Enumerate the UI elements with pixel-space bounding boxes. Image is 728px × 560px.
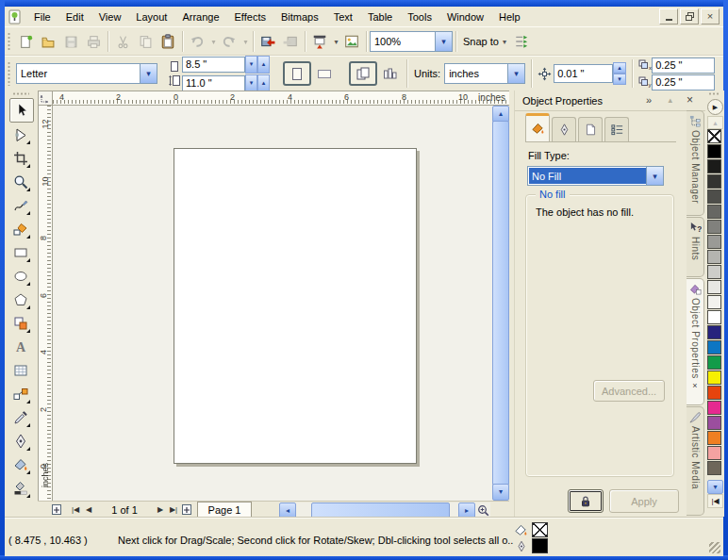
color-swatch[interactable] xyxy=(707,235,721,249)
color-swatch[interactable] xyxy=(707,401,721,415)
scrollbar-thumb[interactable] xyxy=(492,121,509,486)
paper-height-decrease-icon[interactable]: ▾ xyxy=(245,74,257,92)
color-swatch[interactable] xyxy=(707,340,721,354)
menu-bitmaps[interactable]: Bitmaps xyxy=(273,8,326,25)
paper-width-decrease-icon[interactable]: ▾ xyxy=(245,56,257,74)
crop-tool[interactable] xyxy=(9,147,32,170)
docker-collapse-icon[interactable]: » xyxy=(646,94,652,106)
menu-text[interactable]: Text xyxy=(326,8,360,25)
menu-arrange[interactable]: Arrange xyxy=(174,8,226,25)
color-swatch[interactable] xyxy=(707,174,721,189)
tab-object-properties[interactable]: Object Properties × xyxy=(687,278,704,405)
outline-pen-tool[interactable] xyxy=(9,430,32,453)
zoom-tool[interactable] xyxy=(9,171,32,193)
next-page-icon[interactable]: ▶ xyxy=(154,503,167,517)
palette-expand-icon[interactable]: |◀ xyxy=(707,494,723,508)
redo-icon[interactable] xyxy=(218,30,240,53)
color-swatch[interactable] xyxy=(707,431,721,445)
color-swatch[interactable] xyxy=(707,189,721,204)
interactive-blend-tool[interactable] xyxy=(9,383,32,405)
minimize-icon[interactable] xyxy=(659,8,678,25)
paper-width-field[interactable]: 8.5 " xyxy=(182,57,245,73)
color-swatch[interactable] xyxy=(707,265,721,279)
rectangle-tool[interactable] xyxy=(9,241,32,264)
save-icon[interactable] xyxy=(59,30,82,53)
color-swatch[interactable] xyxy=(707,371,721,385)
property-bar-grip[interactable] xyxy=(8,61,10,86)
all-pages-same-size-button[interactable] xyxy=(349,61,377,86)
apply-button[interactable]: Apply xyxy=(609,489,679,513)
undo-dropdown-icon[interactable]: ▾ xyxy=(208,30,218,53)
undo-icon[interactable] xyxy=(186,30,208,53)
color-swatch[interactable] xyxy=(707,205,721,219)
palette-grip[interactable] xyxy=(708,92,720,95)
menu-view[interactable]: View xyxy=(91,8,129,25)
fill-tool[interactable] xyxy=(9,453,32,476)
color-swatch[interactable] xyxy=(707,159,721,173)
page-tab[interactable]: Page 1 xyxy=(197,502,252,518)
paper-height-field[interactable]: 11.0 " xyxy=(182,75,245,91)
scroll-down-icon[interactable]: ▾ xyxy=(492,484,509,501)
color-swatch[interactable] xyxy=(707,295,721,309)
restore-icon[interactable] xyxy=(680,8,699,25)
export-icon[interactable] xyxy=(279,30,302,53)
no-color-swatch[interactable] xyxy=(707,129,721,143)
nudge-offset-field[interactable]: 0.01 " xyxy=(554,64,613,83)
paper-width-increase-icon[interactable]: ▴ xyxy=(257,56,270,74)
tab-summary[interactable] xyxy=(604,117,629,141)
portrait-button[interactable] xyxy=(283,61,311,86)
options-icon[interactable] xyxy=(510,30,533,53)
redo-dropdown-icon[interactable]: ▾ xyxy=(240,30,250,53)
color-swatch[interactable] xyxy=(707,325,721,339)
menu-table[interactable]: Table xyxy=(360,8,400,25)
add-page-icon[interactable] xyxy=(50,503,63,517)
application-launcher-icon[interactable] xyxy=(308,30,331,53)
color-swatch[interactable] xyxy=(707,280,721,294)
copy-icon[interactable] xyxy=(134,30,157,53)
polygon-tool[interactable] xyxy=(9,288,32,311)
menu-tools[interactable]: Tools xyxy=(400,8,439,25)
duplicate-distance-x-field[interactable]: 0.25 " xyxy=(652,58,715,74)
landscape-button[interactable] xyxy=(311,62,338,85)
chevron-down-icon[interactable]: ▾ xyxy=(507,64,524,83)
snap-to-button[interactable]: Snap to ▾ xyxy=(459,33,510,50)
palette-scroll-down-icon[interactable]: ▾ xyxy=(707,480,723,494)
palette-flyout-icon[interactable]: ▶ xyxy=(707,99,723,115)
close-icon[interactable]: × xyxy=(701,8,720,25)
lock-button[interactable] xyxy=(568,489,604,513)
nudge-increase-icon[interactable]: ▴ xyxy=(613,62,626,74)
color-swatch[interactable] xyxy=(707,416,721,430)
color-swatch[interactable] xyxy=(707,461,721,475)
fill-color-swatch[interactable] xyxy=(532,522,548,537)
tab-artistic-media[interactable]: Artistic Media xyxy=(687,406,704,516)
menu-file[interactable]: File xyxy=(26,8,58,25)
tab-hints[interactable]: ? Hints xyxy=(687,217,704,277)
nudge-decrease-icon[interactable]: ▾ xyxy=(613,74,626,85)
drawing-canvas[interactable] xyxy=(53,106,492,501)
last-page-icon[interactable]: ▶| xyxy=(167,503,180,517)
color-swatch[interactable] xyxy=(707,446,721,460)
docker-close-icon[interactable]: × xyxy=(687,93,693,107)
fill-type-combo[interactable]: No Fill ▾ xyxy=(527,166,664,186)
ruler-origin[interactable] xyxy=(38,91,53,106)
duplicate-distance-y-field[interactable]: 0.25 " xyxy=(652,74,715,91)
shape-tool[interactable] xyxy=(9,124,32,146)
tab-close-icon[interactable]: × xyxy=(692,381,697,390)
menu-edit[interactable]: Edit xyxy=(58,8,91,25)
basic-shapes-tool[interactable] xyxy=(9,312,32,335)
menu-help[interactable]: Help xyxy=(491,8,528,25)
interactive-fill-tool[interactable] xyxy=(9,477,32,500)
color-swatch[interactable] xyxy=(707,310,721,324)
color-swatch[interactable] xyxy=(707,144,721,158)
chevron-down-icon[interactable]: ▾ xyxy=(435,32,452,51)
paper-height-increase-icon[interactable]: ▴ xyxy=(257,74,270,92)
outline-color-swatch[interactable] xyxy=(532,538,548,553)
eyedropper-tool[interactable] xyxy=(9,406,32,429)
tab-outline[interactable] xyxy=(552,117,576,141)
chevron-down-icon[interactable]: ▾ xyxy=(646,167,663,185)
cut-icon[interactable] xyxy=(111,30,134,53)
palette-scroll-up-icon[interactable]: ▲ xyxy=(707,116,723,129)
menu-window[interactable]: Window xyxy=(439,8,491,25)
toolbar-grip[interactable] xyxy=(8,32,10,51)
horizontal-ruler[interactable]: 4 2 0 2 4 6 8 10 inches xyxy=(53,91,509,106)
